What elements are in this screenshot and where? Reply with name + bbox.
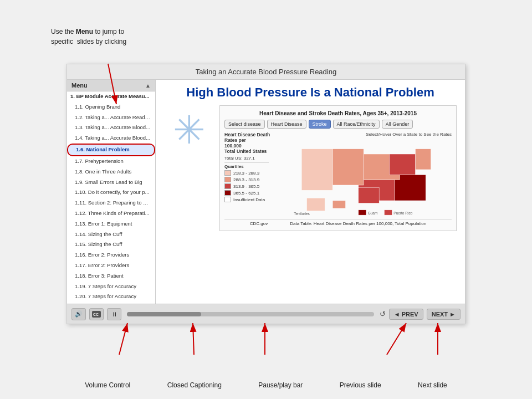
svg-rect-9 (332, 201, 345, 208)
menu-item-11[interactable]: 1.10. Do it correctly, for your p... (67, 187, 155, 198)
cdc-label: CDC.gov (250, 221, 268, 226)
menu-item-10[interactable]: 1.9. Small Errors Lead to Big (67, 177, 155, 188)
snowflake-icon: ✳ (173, 111, 206, 150)
menu-item-1[interactable]: 1. BP Module Accurate Measu... (67, 91, 155, 102)
cc-btn[interactable]: CC (89, 308, 104, 320)
sidebar-menu-label: Menu (71, 82, 88, 89)
svg-text:Territories: Territories (294, 212, 310, 216)
next-label-group: Next slide (418, 381, 447, 389)
next-label: Next slide (418, 381, 447, 389)
map-card: Heart Disease and Stroke Death Rates, Ag… (219, 105, 457, 231)
svg-rect-4 (301, 149, 332, 191)
svg-rect-6 (359, 188, 379, 203)
cc-icon: CC (92, 311, 101, 318)
svg-text:Puerto Rico: Puerto Rico (393, 212, 412, 216)
map-controls: Select disease Heart Disease Stroke All … (224, 120, 452, 129)
legend-item-5: Insufficient Data (224, 197, 283, 202)
menu-item-13[interactable]: 1.12. Three Kinds of Preparati... (67, 208, 155, 219)
refresh-icon[interactable]: ↺ (380, 310, 386, 318)
menu-item-19[interactable]: 1.18. Error 3: Patient (67, 271, 155, 282)
legend-item-3: 313.9 - 365.5 (224, 183, 283, 189)
prev-btn[interactable]: ◄ PREV (389, 309, 423, 320)
svg-rect-8 (307, 198, 325, 211)
top-annotation: Use the Menu to jump tospecific slides b… (51, 27, 126, 47)
prev-label-group: Previous slide (340, 381, 381, 389)
menu-item-4[interactable]: 1.3. Taking a... Accurate Blood... (67, 122, 155, 133)
controls-bar: 🔊 CC ⏸ ↺ ◄ PREV NEXT ► (67, 304, 465, 324)
bottom-labels: Volume Control Closed Captioning Pause/p… (66, 381, 466, 389)
menu-item-18[interactable]: 1.17. Error 2: Providers (67, 260, 155, 271)
legend-color-3 (224, 183, 231, 189)
progress-bar[interactable] (127, 312, 374, 316)
total-us: Total US: 327.1 (224, 156, 283, 161)
menu-item-9[interactable]: 1.8. One in Three Adults (67, 167, 155, 177)
slide-area: High Blood Pressure Is a National Proble… (156, 80, 465, 304)
menu-item-3[interactable]: 1.2. Taking a... Accurate Reading (67, 112, 155, 123)
menu-item-14[interactable]: 1.13. Error 1: Equipment (67, 219, 155, 229)
menu-item-2[interactable]: 1.1. Opening Brand (67, 102, 155, 112)
svg-rect-13 (385, 210, 392, 215)
legend-color-4 (224, 190, 231, 196)
sidebar-scroll-up[interactable]: ▲ (145, 83, 151, 89)
svg-line-22 (387, 323, 406, 355)
svg-text:CC: CC (93, 313, 99, 316)
us-map-svg: Territories Guam Puerto Rico (286, 139, 452, 216)
next-btn[interactable]: NEXT ► (427, 309, 461, 320)
svg-rect-7 (390, 154, 416, 175)
menu-item-17[interactable]: 1.16. Error 2: Providers (67, 250, 155, 260)
legend-color-1 (224, 170, 231, 176)
player-wrapper: Taking an Accurate Blood Pressure Readin… (66, 64, 466, 324)
slide-title: High Blood Pressure Is a National Proble… (186, 85, 434, 100)
volume-label-group: Volume Control (85, 381, 130, 389)
footer-text: Data Table: Heart Disease Death Rates pe… (290, 221, 426, 226)
volume-btn[interactable]: 🔊 (71, 308, 86, 320)
map-legend: Heart Disease Death Rates per100,000Tota… (224, 132, 283, 217)
legend-color-2 (224, 177, 231, 182)
svg-line-20 (193, 323, 194, 355)
prev-label: Previous slide (340, 381, 381, 389)
menu-item-21[interactable]: 1.20. 7 Steps for Accuracy (67, 291, 155, 302)
legend-title: Heart Disease Death Rates per100,000Tota… (224, 132, 283, 154)
hover-label: Select/Hover Over a State to See the Rat… (286, 132, 452, 137)
legend-item-1: 218.3 - 288.3 (224, 170, 283, 176)
map-container: Select/Hover Over a State to See the Rat… (286, 132, 452, 217)
snowflake-container: ✳ (164, 111, 214, 150)
legend-range-4: 365.5 - 625.1 (233, 191, 259, 196)
quartiles-label: Quartiles (224, 164, 283, 169)
pause-label-group: Pause/play bar (258, 381, 303, 389)
svg-text:Guam: Guam (368, 212, 378, 216)
svg-rect-0 (416, 149, 431, 170)
pause-label: Pause/play bar (258, 381, 303, 389)
heart-disease-btn[interactable]: Heart Disease (267, 120, 306, 129)
stroke-btn[interactable]: Stroke (309, 120, 331, 129)
select-disease-btn[interactable]: Select disease (224, 120, 265, 129)
sidebar[interactable]: Menu ▲ 1. BP Module Accurate Measu... 1.… (67, 80, 156, 304)
svg-rect-11 (359, 210, 366, 215)
map-body: Heart Disease Death Rates per100,000Tota… (224, 132, 452, 217)
cc-label-group: Closed Captioning (167, 381, 222, 389)
menu-item-7[interactable]: 1.6. National Problem (67, 144, 155, 156)
legend-range-5: Insufficient Data (233, 197, 265, 202)
slide-graphic: ✳ Heart Disease and Stroke Death Rates, … (164, 105, 457, 231)
gender-btn[interactable]: All Gender (382, 120, 413, 129)
menu-item-12[interactable]: 1.11. Section 2: Preparing to M... (67, 198, 155, 208)
player-title: Taking an Accurate Blood Pressure Readin… (67, 64, 465, 80)
menu-item-15[interactable]: 1.14. Sizing the Cuff (67, 229, 155, 240)
legend-range-2: 288.3 - 313.9 (233, 177, 259, 182)
legend-item-4: 365.5 - 625.1 (224, 190, 283, 196)
race-ethnicity-btn[interactable]: All Race/Ethnicity (333, 120, 380, 129)
menu-item-20[interactable]: 1.19. 7 Steps for Accuracy (67, 282, 155, 292)
progress-bar-fill (127, 312, 201, 316)
cc-label: Closed Captioning (167, 381, 222, 389)
svg-line-19 (119, 323, 127, 355)
menu-item-16[interactable]: 1.15. Sizing the Cuff (67, 239, 155, 250)
volume-label: Volume Control (85, 381, 130, 389)
menu-item-8[interactable]: 1.7. Prehypertension (67, 156, 155, 167)
pause-btn[interactable]: ⏸ (107, 308, 121, 320)
map-footer: CDC.gov Data Table: Heart Disease Death … (224, 219, 452, 226)
svg-rect-5 (332, 149, 364, 185)
sidebar-header: Menu ▲ (67, 80, 155, 91)
map-card-title: Heart Disease and Stroke Death Rates, Ag… (224, 110, 452, 116)
legend-item-2: 288.3 - 313.9 (224, 177, 283, 182)
menu-item-5[interactable]: 1.4. Taking a... Accurate Blood... (67, 133, 155, 144)
